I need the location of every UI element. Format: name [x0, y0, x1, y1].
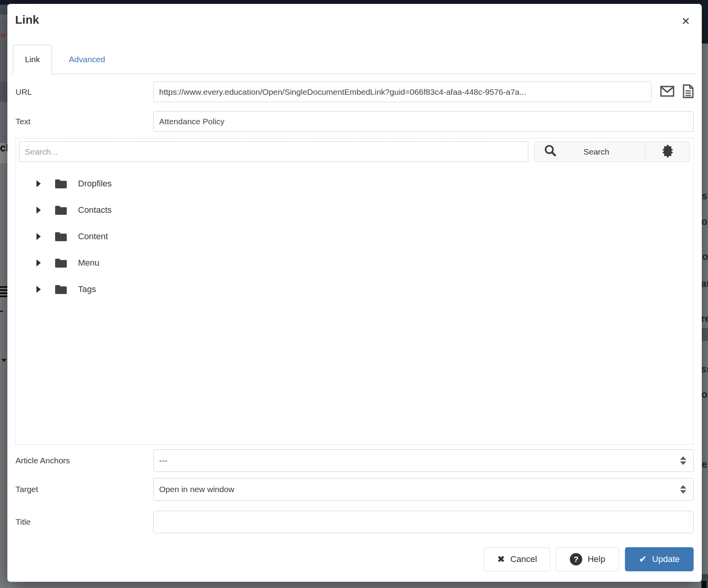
tab-bar: Link Advanced: [13, 45, 696, 74]
underlay-left-band: [0, 102, 7, 143]
cancel-button-label: Cancel: [510, 554, 537, 564]
document-link-button[interactable]: [683, 84, 694, 99]
document-icon: [683, 84, 694, 99]
cancel-button[interactable]: ✖ Cancel: [484, 547, 550, 571]
help-button-label: Help: [588, 554, 605, 564]
article-anchors-value: ---: [159, 456, 167, 465]
email-link-button[interactable]: [660, 86, 674, 98]
folder-icon: [55, 231, 67, 242]
search-button-label: Search: [557, 147, 645, 157]
url-helper-icons: [652, 84, 694, 99]
title-input[interactable]: [153, 511, 694, 533]
search-button-group: Search: [534, 141, 690, 162]
update-button-label: Update: [652, 554, 680, 564]
underlay-left-band: [0, 5, 7, 15]
search-input[interactable]: [19, 141, 528, 162]
url-label: URL: [16, 87, 153, 97]
folder-icon: [55, 284, 67, 294]
dialog-footer: ✖ Cancel ? Help ✔ Update: [484, 547, 694, 571]
tab-link[interactable]: Link: [13, 45, 52, 74]
underlay-right-band: [702, 581, 706, 588]
cancel-x-icon: ✖: [497, 554, 505, 565]
tree-item-tags[interactable]: Tags: [19, 276, 690, 303]
folder-icon: [55, 258, 67, 268]
tree-item-contacts[interactable]: Contacts: [19, 197, 690, 223]
help-question-icon: ?: [570, 553, 582, 565]
search-icon: [544, 144, 557, 159]
dialog-title: Link: [15, 13, 39, 26]
article-anchors-select[interactable]: ---: [153, 449, 694, 472]
underlay-text-fragment: re: [701, 314, 708, 324]
underlay-text-fragment: e: [702, 459, 707, 469]
search-options-button[interactable]: [645, 142, 690, 162]
underlay-left-band: [0, 15, 7, 82]
close-icon[interactable]: ✕: [681, 16, 690, 27]
tree-item-content[interactable]: Content: [19, 223, 690, 250]
caret-right-icon[interactable]: [36, 180, 41, 187]
target-label: Target: [16, 485, 153, 494]
tree-item-label: Menu: [78, 258, 99, 268]
tab-advanced[interactable]: Advanced: [52, 45, 122, 74]
caret-right-icon[interactable]: [36, 233, 41, 240]
search-row: Search: [19, 141, 690, 162]
folder-icon: [55, 179, 67, 189]
article-anchors-row: Article Anchors ---: [16, 449, 694, 472]
link-text-input[interactable]: [153, 111, 694, 132]
caret-right-icon[interactable]: [36, 286, 41, 293]
link-browser-panel: Search Dropfiles: [16, 138, 694, 445]
caret-right-icon[interactable]: [36, 259, 41, 266]
underlay-header-corner: [701, 0, 708, 43]
url-input[interactable]: [153, 82, 652, 102]
search-button[interactable]: Search: [534, 142, 645, 162]
folder-tree: Dropfiles Contacts Content Menu: [19, 170, 690, 303]
underlay-align-icon: [0, 286, 7, 299]
underlay-text-fragment: s: [702, 191, 707, 201]
folder-icon: [55, 205, 67, 215]
underlay-text-fragment: ss: [701, 364, 708, 374]
help-button[interactable]: ? Help: [556, 547, 619, 571]
underlay-text-fragment: ol: [701, 217, 708, 226]
tree-item-dropfiles[interactable]: Dropfiles: [19, 170, 690, 197]
target-row: Target Open in new window: [16, 478, 694, 501]
select-arrows-icon: [680, 485, 686, 494]
tree-item-label: Tags: [78, 284, 96, 294]
target-value: Open in new window: [159, 485, 234, 494]
article-anchors-label: Article Anchors: [16, 456, 153, 465]
text-row: Text: [16, 111, 694, 132]
tree-item-label: Content: [78, 231, 108, 242]
underlay-text-fragment: ol: [701, 390, 708, 399]
underlay-left-band: [0, 163, 7, 588]
url-row: URL: [16, 82, 694, 102]
underlay-left-band: [0, 82, 7, 102]
check-icon: ✔: [639, 554, 647, 565]
text-label: Text: [16, 117, 153, 126]
title-row: Title: [16, 511, 694, 533]
underlay-red-fragment: «: [0, 30, 5, 40]
select-arrows-icon: [680, 456, 686, 465]
envelope-icon: [660, 86, 674, 98]
tree-item-label: Contacts: [78, 205, 112, 215]
underlay-text-fragment: at: [701, 279, 708, 289]
underlay-right-band: [701, 328, 708, 341]
target-select[interactable]: Open in new window: [153, 478, 694, 501]
link-dialog: Link ✕ Link Advanced URL: [7, 4, 702, 582]
underlay-text-fragment: o: [702, 252, 708, 261]
tree-item-label: Dropfiles: [78, 179, 112, 189]
underlay-dash: [0, 311, 3, 312]
title-label: Title: [16, 517, 153, 527]
link-form: URL Text: [16, 78, 694, 533]
gear-icon: [661, 144, 674, 159]
tree-item-menu[interactable]: Menu: [19, 250, 690, 276]
caret-right-icon[interactable]: [36, 207, 41, 214]
update-button[interactable]: ✔ Update: [625, 547, 694, 571]
underlay-dropdown-caret: [1, 359, 7, 362]
